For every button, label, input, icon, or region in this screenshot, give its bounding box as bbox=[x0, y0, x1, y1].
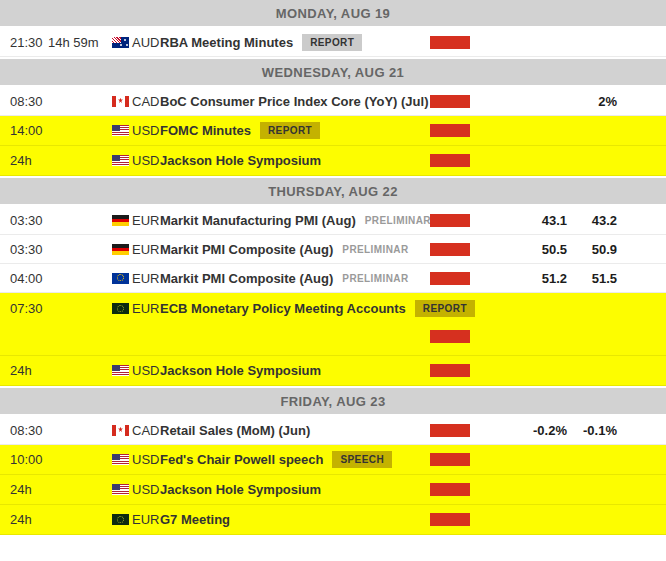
date-header: WEDNESDAY, AUG 21 bbox=[0, 59, 666, 85]
currency-cell: AUD bbox=[112, 28, 160, 56]
impact-cell bbox=[430, 475, 470, 504]
currency-code: CAD bbox=[132, 94, 159, 109]
event-row[interactable]: 03:30EURMarkit Manufacturing PMI (Aug)PR… bbox=[0, 206, 666, 235]
event-row[interactable]: 24hUSDJackson Hole Symposium bbox=[0, 146, 666, 176]
currency-code: USD bbox=[132, 153, 159, 168]
currency-cell: USD bbox=[112, 146, 160, 175]
value-previous bbox=[567, 28, 617, 56]
aud-flag-icon bbox=[112, 37, 129, 48]
event-badge[interactable]: REPORT bbox=[415, 300, 475, 317]
event-title: Jackson Hole Symposium bbox=[160, 363, 321, 378]
currency-cell: USD bbox=[112, 116, 160, 145]
calendar-day-section: WEDNESDAY, AUG 2108:30CADBoC Consumer Pr… bbox=[0, 59, 666, 176]
event-row[interactable]: 04:00EURMarkit PMI Composite (Aug)PRELIM… bbox=[0, 264, 666, 293]
usd-flag-icon bbox=[112, 365, 129, 376]
event-time: 04:00 bbox=[0, 264, 48, 292]
event-cell: Fed's Chair Powell speechSPEECH bbox=[160, 445, 430, 474]
event-title: ECB Monetary Policy Meeting Accounts bbox=[160, 301, 406, 316]
event-cell: Jackson Hole Symposium bbox=[160, 475, 430, 504]
currency-cell: CAD bbox=[112, 416, 160, 444]
event-countdown bbox=[48, 206, 112, 234]
impact-bar bbox=[430, 424, 470, 437]
usd-flag-icon bbox=[112, 484, 129, 495]
deu-flag-icon bbox=[112, 215, 129, 226]
event-title: Markit PMI Composite (Aug) bbox=[160, 271, 333, 286]
event-row[interactable]: 10:00USDFed's Chair Powell speechSPEECH bbox=[0, 445, 666, 475]
currency-code: EUR bbox=[132, 301, 159, 316]
value-consensus: 50.5 bbox=[470, 235, 567, 263]
event-time: 08:30 bbox=[0, 416, 48, 444]
impact-cell bbox=[430, 146, 470, 175]
currency-code: USD bbox=[132, 363, 159, 378]
impact-cell bbox=[430, 416, 470, 444]
event-row[interactable]: 08:30CADBoC Consumer Price Index Core (Y… bbox=[0, 87, 666, 116]
impact-bar bbox=[430, 214, 470, 227]
event-row[interactable]: 14:00USDFOMC MinutesREPORT bbox=[0, 116, 666, 146]
impact-bar bbox=[430, 95, 470, 108]
event-row[interactable]: 24hUSDJackson Hole Symposium bbox=[0, 475, 666, 505]
event-countdown: 14h 59m bbox=[48, 28, 112, 56]
value-consensus: 43.1 bbox=[470, 206, 567, 234]
impact-bar bbox=[430, 364, 470, 377]
event-row[interactable]: 03:30EURMarkit PMI Composite (Aug)PRELIM… bbox=[0, 235, 666, 264]
impact-cell bbox=[430, 116, 470, 145]
impact-bar bbox=[430, 272, 470, 285]
event-cell: Jackson Hole Symposium bbox=[160, 146, 430, 175]
event-badge[interactable]: SPEECH bbox=[332, 451, 392, 468]
value-previous bbox=[572, 293, 622, 324]
currency-code: USD bbox=[132, 123, 159, 138]
value-previous: -0.1% bbox=[567, 416, 617, 444]
impact-cell bbox=[430, 206, 470, 234]
event-time: 21:30 bbox=[0, 28, 48, 56]
event-row[interactable]: 24hUSDJackson Hole Symposium bbox=[0, 356, 666, 386]
event-time: 24h bbox=[0, 505, 48, 534]
event-cell: RBA Meeting MinutesREPORT bbox=[160, 28, 430, 56]
value-previous bbox=[567, 146, 617, 175]
value-previous: 51.5 bbox=[567, 264, 617, 292]
event-badge[interactable]: REPORT bbox=[302, 34, 362, 51]
currency-code: CAD bbox=[132, 423, 159, 438]
currency-code: EUR bbox=[132, 271, 159, 286]
value-previous bbox=[567, 445, 617, 474]
event-cell: Jackson Hole Symposium bbox=[160, 356, 430, 385]
currency-code: EUR bbox=[132, 242, 159, 257]
event-countdown bbox=[48, 116, 112, 145]
impact-bar bbox=[430, 124, 470, 137]
value-previous bbox=[567, 116, 617, 145]
event-title: BoC Consumer Price Index Core (YoY) (Jul… bbox=[160, 94, 428, 109]
event-countdown bbox=[48, 146, 112, 175]
event-cell: Markit Manufacturing PMI (Aug)PRELIMINAR bbox=[160, 206, 430, 234]
event-title: FOMC Minutes bbox=[160, 123, 251, 138]
eur-flag-icon bbox=[112, 273, 129, 284]
value-consensus bbox=[470, 356, 567, 385]
event-countdown bbox=[48, 505, 112, 534]
currency-cell: USD bbox=[112, 356, 160, 385]
calendar-day-section: MONDAY, AUG 1921:3014h 59mAUDRBA Meeting… bbox=[0, 0, 666, 57]
event-title: RBA Meeting Minutes bbox=[160, 35, 293, 50]
impact-bar bbox=[430, 243, 470, 256]
impact-bar bbox=[430, 154, 470, 167]
event-cell: Retail Sales (MoM) (Jun) bbox=[160, 416, 430, 444]
event-cell: FOMC MinutesREPORT bbox=[160, 116, 430, 145]
event-countdown bbox=[48, 264, 112, 292]
event-row[interactable]: 07:30EURECB Monetary Policy Meeting Acco… bbox=[0, 293, 666, 356]
event-time: 10:00 bbox=[0, 445, 48, 474]
event-time: 03:30 bbox=[0, 235, 48, 263]
event-title: Jackson Hole Symposium bbox=[160, 482, 321, 497]
event-badge[interactable]: REPORT bbox=[260, 122, 320, 139]
event-row[interactable]: 21:3014h 59mAUDRBA Meeting MinutesREPORT bbox=[0, 28, 666, 57]
preliminary-tag: PRELIMINAR bbox=[365, 215, 431, 226]
usd-flag-icon bbox=[112, 155, 129, 166]
impact-bar bbox=[430, 36, 470, 49]
impact-bar bbox=[430, 483, 470, 496]
event-countdown bbox=[48, 445, 112, 474]
value-consensus: 51.2 bbox=[470, 264, 567, 292]
event-cell: Markit PMI Composite (Aug)PRELIMINAR bbox=[160, 264, 430, 292]
impact-cell bbox=[430, 235, 470, 263]
currency-cell: EUR bbox=[112, 235, 160, 263]
event-row[interactable]: 24hEURG7 Meeting bbox=[0, 505, 666, 535]
cad-flag-icon bbox=[112, 425, 129, 436]
value-previous: 2% bbox=[567, 87, 617, 115]
value-previous bbox=[567, 475, 617, 504]
event-row[interactable]: 08:30CADRetail Sales (MoM) (Jun)-0.2%-0.… bbox=[0, 416, 666, 445]
